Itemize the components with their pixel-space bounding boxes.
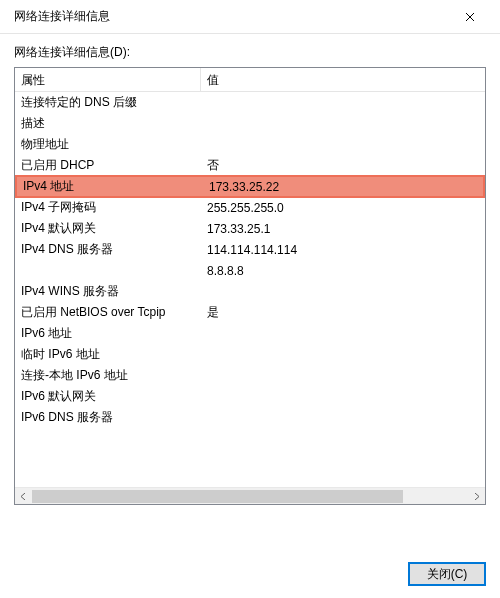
property-cell: IPv4 默认网关 [15, 220, 201, 237]
property-cell: IPv6 DNS 服务器 [15, 409, 201, 426]
close-icon [465, 12, 475, 22]
property-cell: 描述 [15, 115, 201, 132]
table-row[interactable]: IPv6 地址 [15, 323, 485, 344]
table-row[interactable]: IPv4 子网掩码255.255.255.0 [15, 197, 485, 218]
property-cell: 连接-本地 IPv6 地址 [15, 367, 201, 384]
value-cell: 173.33.25.1 [201, 222, 485, 236]
property-cell: 临时 IPv6 地址 [15, 346, 201, 363]
property-cell: IPv4 WINS 服务器 [15, 283, 201, 300]
table-row[interactable]: 连接特定的 DNS 后缀 [15, 92, 485, 113]
table-row[interactable]: IPv4 默认网关173.33.25.1 [15, 218, 485, 239]
property-cell: 连接特定的 DNS 后缀 [15, 94, 201, 111]
details-listview[interactable]: 属性 值 连接特定的 DNS 后缀描述物理地址已启用 DHCP否IPv4 地址1… [14, 67, 486, 505]
value-cell: 是 [201, 304, 485, 321]
chevron-right-icon [473, 493, 480, 500]
table-row[interactable]: IPv4 DNS 服务器114.114.114.114 [15, 239, 485, 260]
property-cell: IPv6 地址 [15, 325, 201, 342]
table-row[interactable]: IPv4 WINS 服务器 [15, 281, 485, 302]
value-cell: 8.8.8.8 [201, 264, 485, 278]
table-row[interactable]: IPv4 地址173.33.25.22 [15, 175, 485, 198]
table-row[interactable]: IPv6 DNS 服务器 [15, 407, 485, 428]
value-cell: 否 [201, 157, 485, 174]
value-cell: 173.33.25.22 [203, 180, 483, 194]
dialog-footer: 关闭(C) [408, 562, 486, 586]
close-button[interactable]: 关闭(C) [408, 562, 486, 586]
horizontal-scrollbar[interactable] [15, 487, 485, 504]
property-cell: IPv4 地址 [17, 178, 203, 195]
value-cell: 114.114.114.114 [201, 243, 485, 257]
table-row[interactable]: IPv6 默认网关 [15, 386, 485, 407]
property-cell: IPv4 子网掩码 [15, 199, 201, 216]
property-cell: IPv6 默认网关 [15, 388, 201, 405]
column-header-property[interactable]: 属性 [15, 68, 201, 92]
window-close-button[interactable] [452, 3, 488, 31]
listview-body: 连接特定的 DNS 后缀描述物理地址已启用 DHCP否IPv4 地址173.33… [15, 92, 485, 487]
table-row[interactable]: 描述 [15, 113, 485, 134]
table-row[interactable]: 8.8.8.8 [15, 260, 485, 281]
value-cell: 255.255.255.0 [201, 201, 485, 215]
scroll-left-button[interactable] [15, 488, 32, 505]
table-row[interactable]: 连接-本地 IPv6 地址 [15, 365, 485, 386]
column-header-value[interactable]: 值 [201, 68, 485, 92]
chevron-left-icon [20, 493, 27, 500]
table-row[interactable]: 已启用 DHCP否 [15, 155, 485, 176]
titlebar: 网络连接详细信息 [0, 0, 500, 34]
property-cell: 已启用 DHCP [15, 157, 201, 174]
scroll-thumb[interactable] [32, 490, 403, 503]
content-area: 网络连接详细信息(D): 属性 值 连接特定的 DNS 后缀描述物理地址已启用 … [0, 34, 500, 505]
list-label: 网络连接详细信息(D): [14, 44, 486, 61]
property-cell: 物理地址 [15, 136, 201, 153]
listview-header: 属性 值 [15, 68, 485, 92]
window-title: 网络连接详细信息 [14, 8, 110, 25]
table-row[interactable]: 物理地址 [15, 134, 485, 155]
scroll-track[interactable] [32, 488, 468, 505]
table-row[interactable]: 临时 IPv6 地址 [15, 344, 485, 365]
property-cell: 已启用 NetBIOS over Tcpip [15, 304, 201, 321]
scroll-right-button[interactable] [468, 488, 485, 505]
table-row[interactable]: 已启用 NetBIOS over Tcpip是 [15, 302, 485, 323]
property-cell: IPv4 DNS 服务器 [15, 241, 201, 258]
